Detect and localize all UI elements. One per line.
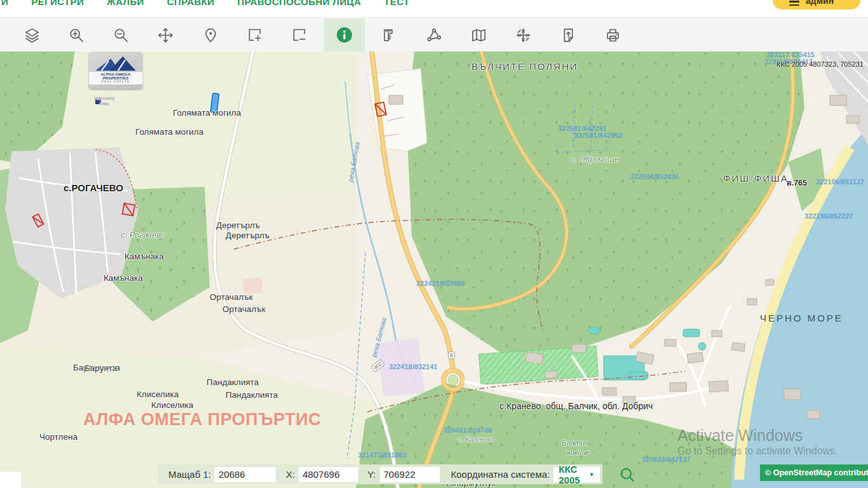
tool-coordinates-button[interactable] [508, 20, 538, 50]
tool-info-button[interactable] [324, 18, 365, 51]
x-label: X: [286, 469, 295, 480]
chevron-down-icon: ▼ [589, 471, 595, 478]
crs-dropdown[interactable]: ККС 2005 ▼ [553, 467, 599, 482]
map-toolbar [0, 17, 868, 51]
hamburger-icon [789, 1, 799, 8]
print-icon [604, 27, 621, 44]
tool-pan-button[interactable] [150, 20, 180, 50]
alpha-omega-logo: ALPHA OMEGA PROPERTIES REAL ESTATE [89, 52, 142, 89]
brand-watermark: АЛФА ОМЕГА ПРОПЪРТИС [83, 410, 321, 430]
nav-item-references[interactable]: СПРАВКИ [167, 0, 215, 8]
tool-zoom-out-button[interactable] [105, 20, 136, 50]
nav-item-licensed-persons[interactable]: ПРАВОСПОСОБНИ ЛИЦА [237, 0, 361, 8]
pan-icon [157, 27, 174, 44]
measure-area-icon [426, 27, 443, 44]
measure-length-icon [381, 27, 398, 44]
scale-input[interactable] [215, 467, 276, 482]
tool-layers-button[interactable] [17, 20, 47, 50]
crs-selected-value: ККС 2005 [559, 464, 580, 485]
nav-item-partial[interactable]: И [1, 0, 8, 8]
tool-measure-area-button[interactable] [419, 20, 449, 50]
corner-panel [0, 471, 22, 488]
tool-location-button[interactable] [195, 20, 226, 50]
zoom-out-icon [112, 27, 130, 44]
layers-icon [24, 27, 41, 44]
tool-rect-zoom-out-button[interactable] [284, 20, 315, 50]
nav-item-registers[interactable]: РЕГИСТРИ [31, 0, 84, 8]
activate-windows-line2: Go to Settings to activate Windows. [677, 445, 838, 457]
rect-zoom-in-icon [247, 27, 264, 44]
tool-export-button[interactable] [553, 20, 583, 50]
user-menu-button[interactable]: админ [773, 0, 860, 10]
map-search-bar: Мащаб 1: X: Y: Координатна система: ККС … [158, 464, 602, 484]
activate-windows-line1: Activate Windows [677, 426, 803, 445]
scale-label: Мащаб 1: [168, 469, 211, 480]
mountains-icon [92, 54, 140, 72]
x-coordinate-input[interactable] [299, 467, 358, 482]
logo-subtitle: REAL ESTATE [89, 80, 142, 83]
tool-print-button[interactable] [597, 20, 628, 50]
osm-attribution[interactable]: © OpenStreetMap contributors [760, 464, 868, 481]
nav-item-complaints[interactable]: ЖАЛБИ [107, 0, 144, 8]
info-icon [336, 26, 353, 44]
coordinate-readout: ККС 2005 4807323, 705231 [776, 60, 864, 68]
zoom-in-icon [68, 27, 85, 44]
rect-zoom-out-icon [291, 27, 308, 44]
search-button[interactable] [615, 466, 639, 484]
export-icon [560, 27, 577, 44]
nav-item-test[interactable]: ТЕСТ [384, 0, 409, 8]
tool-measure-length-button[interactable] [374, 20, 405, 50]
search-icon [619, 466, 635, 483]
y-label: Y: [367, 469, 376, 480]
tool-map-overview-button[interactable] [463, 20, 494, 50]
crs-label: Координатна система: [451, 469, 550, 480]
top-navigation: И РЕГИСТРИ ЖАЛБИ СПРАВКИ ПРАВОСПОСОБНИ Л… [0, 0, 868, 17]
logo-title: ALPHA OMEGA PROPERTIES [89, 72, 142, 80]
y-coordinate-input[interactable] [380, 467, 440, 482]
location-icon [202, 27, 219, 44]
tool-rect-zoom-in-button[interactable] [240, 20, 270, 50]
coordinates-icon [515, 27, 532, 44]
tool-zoom-in-button[interactable] [61, 20, 92, 50]
map-overview-icon [470, 27, 487, 44]
user-menu-label: админ [806, 0, 834, 7]
